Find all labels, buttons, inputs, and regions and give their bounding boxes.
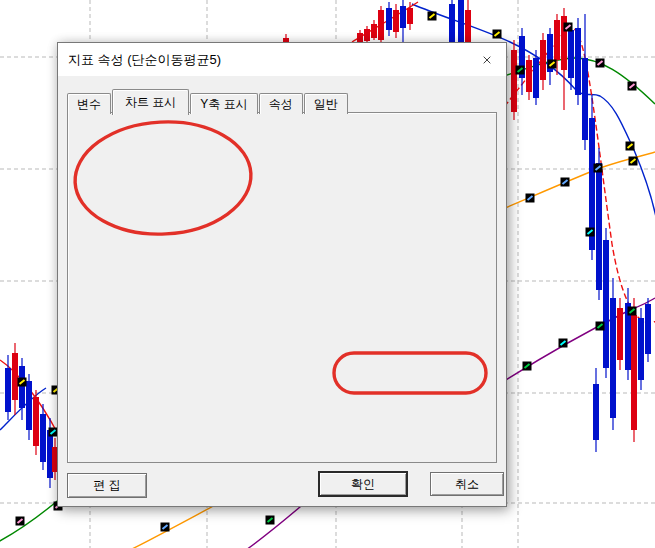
close-icon <box>483 54 491 66</box>
screen: 지표 속성 (단순이동평균5) 변수 차트 표시 Y축 표시 속성 일반 차트 … <box>0 0 655 548</box>
tab-chart-display[interactable]: 차트 표시 <box>112 89 189 115</box>
ok-button[interactable]: 확인 <box>319 472 407 496</box>
tab-strip: 변수 차트 표시 Y축 표시 속성 일반 <box>67 87 349 114</box>
indicator-properties-dialog: 지표 속성 (단순이동평균5) 변수 차트 표시 Y축 표시 속성 일반 차트 … <box>57 42 507 507</box>
tab-properties[interactable]: 속성 <box>259 93 303 114</box>
close-button[interactable] <box>477 51 497 69</box>
cancel-button[interactable]: 취소 <box>430 472 504 496</box>
dialog-titlebar[interactable]: 지표 속성 (단순이동평균5) <box>58 43 506 76</box>
tab-general[interactable]: 일반 <box>304 93 348 114</box>
tab-y-axis[interactable]: Y축 표시 <box>190 93 257 114</box>
edit-button[interactable]: 편 집 <box>67 473 147 498</box>
tab-page <box>67 112 497 463</box>
dialog-title: 지표 속성 (단순이동평균5) <box>68 43 221 76</box>
tab-variables[interactable]: 변수 <box>67 93 111 114</box>
